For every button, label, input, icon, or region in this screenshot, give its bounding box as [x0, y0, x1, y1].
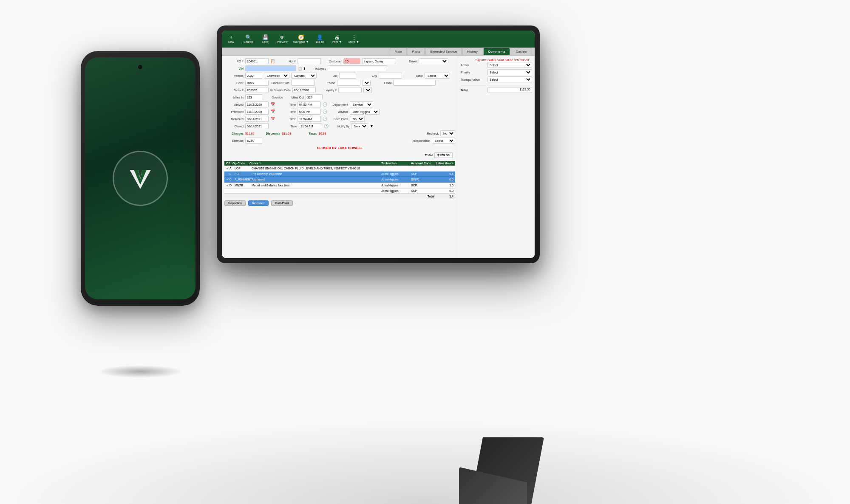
vin-copy-icon[interactable]: 📋	[298, 67, 302, 70]
vin-info-icon[interactable]: ℹ	[304, 67, 305, 70]
loyalty-input[interactable]	[338, 87, 362, 93]
print-button[interactable]: 🖨 Print ▼	[331, 35, 343, 43]
vin-input[interactable]	[245, 65, 296, 71]
zip-input[interactable]	[339, 73, 356, 79]
notify-by-label: Notify By	[330, 125, 349, 128]
service-row-extra[interactable]: John Higgins SCP 0.0	[224, 189, 455, 194]
loyalty-select[interactable]: ▼	[363, 87, 372, 93]
transportation-select[interactable]: Select	[432, 138, 455, 144]
tech-mntb: John Higgins	[381, 184, 411, 187]
address-input[interactable]	[328, 65, 387, 71]
priority-select[interactable]: Select	[487, 69, 532, 75]
promised-date-input[interactable]	[245, 109, 269, 115]
billto-button[interactable]: 👤 Bill To	[314, 35, 326, 43]
transport-label-right: Transportation	[461, 78, 486, 81]
services-total-value: 1.4	[434, 195, 453, 198]
preview-button[interactable]: 👁 Preview	[276, 35, 288, 43]
tab-main[interactable]: Main	[390, 48, 406, 55]
driver-select[interactable]	[419, 58, 448, 64]
more-button[interactable]: ⋮ More ▼	[348, 35, 360, 43]
service-row-lof[interactable]: ✓ A LOF CHANGE ENGINE OIL, CHECK FLUID L…	[224, 166, 455, 172]
customer-id-input[interactable]	[343, 58, 360, 64]
arrived-cal-icon[interactable]: 📅	[270, 102, 275, 107]
check-lof: ✓	[226, 166, 230, 170]
tab-cashier[interactable]: Cashier	[511, 48, 532, 55]
vehicle-make-select[interactable]: Chevrolet	[264, 73, 289, 79]
time4-clock-icon[interactable]: 🕐	[324, 124, 329, 128]
estimate-input[interactable]	[245, 138, 262, 144]
print-label: Print ▼	[332, 40, 342, 43]
notify-by-select[interactable]: None	[351, 123, 368, 129]
right-total-row: Total $129.36	[461, 87, 532, 93]
time2-input[interactable]	[298, 109, 321, 115]
inspection-button[interactable]: Inspection	[224, 200, 246, 206]
miles-out-input[interactable]	[306, 94, 323, 100]
time3-clock-icon[interactable]: 🕐	[323, 117, 327, 121]
time1-input[interactable]	[298, 101, 321, 107]
time2-clock-icon[interactable]: 🕐	[323, 110, 327, 114]
closed-by-status: CLOSED BY LUKE HOWELL	[224, 145, 455, 151]
search-button[interactable]: 🔍 Search	[242, 35, 254, 43]
tab-parts[interactable]: Parts	[408, 48, 425, 55]
recheck-select[interactable]: No	[440, 130, 455, 136]
hot-input[interactable]	[298, 58, 321, 64]
time3-input[interactable]	[298, 116, 321, 122]
right-panel: SignalR: Status could not be determined.…	[458, 56, 535, 258]
vehicle-model-select[interactable]: Camaro	[291, 73, 317, 79]
state-select[interactable]: Select	[425, 73, 450, 79]
transport-select-right[interactable]: Select	[487, 76, 532, 82]
time4-input[interactable]	[299, 123, 322, 129]
tab-extended-service[interactable]: Extended Service	[425, 48, 462, 55]
new-button[interactable]: + New	[225, 35, 237, 43]
color-input[interactable]	[245, 80, 269, 86]
tab-comments[interactable]: Comments	[483, 48, 510, 55]
total-value: $129.36	[434, 152, 453, 158]
time1-clock-icon[interactable]: 🕐	[323, 102, 327, 107]
promised-cal-icon[interactable]: 📅	[270, 110, 275, 114]
multipoint-button[interactable]: Multi-Point	[271, 200, 293, 206]
stock-input[interactable]	[245, 87, 269, 93]
print-icon: 🖨	[334, 35, 340, 40]
estimate-label: Estimate	[224, 139, 244, 142]
vehicle-year-input[interactable]	[245, 73, 262, 79]
arrival-select[interactable]: Select	[487, 62, 532, 68]
phone-type-select[interactable]: ▼	[362, 80, 371, 86]
ro-header-row: RO # 📋 Hot # Customer Driver	[224, 58, 455, 64]
transport-row-right: Transportation Select	[461, 76, 532, 82]
services-total-label: Total	[428, 195, 434, 198]
right-total-label: Total	[461, 89, 486, 92]
service-row-pdi[interactable]: B PDI Pre Delivery Inspection John Higgi…	[224, 172, 455, 177]
col-op: OP	[226, 162, 232, 165]
service-row-alignment[interactable]: ✓ C ALIGNMENT Alignment John Higgins SIN…	[224, 177, 455, 183]
ro-input[interactable]	[245, 58, 269, 64]
delivered-date-input[interactable]	[245, 116, 269, 122]
in-service-input[interactable]	[292, 87, 316, 93]
navigate-button[interactable]: 🧭 Navigate ▼	[293, 35, 309, 43]
email-input[interactable]	[393, 80, 436, 86]
save-button[interactable]: 💾 Save	[259, 35, 271, 43]
city-input[interactable]	[379, 73, 402, 79]
arrived-row: Arrived 📅 Time 🕐 Department Service	[224, 101, 455, 107]
phone-input[interactable]	[337, 80, 360, 86]
customer-name-input[interactable]	[362, 58, 396, 64]
closed-date-input[interactable]	[245, 123, 269, 129]
ro-icon[interactable]: 📋	[270, 59, 275, 63]
tab-history[interactable]: History	[462, 48, 482, 55]
tablet-screen: + New 🔍 Search 💾 Save 👁	[222, 31, 535, 258]
released-button[interactable]: Released	[248, 200, 269, 206]
email-label: Email	[372, 82, 391, 84]
arrived-date-input[interactable]	[245, 101, 269, 107]
check-mntb: ✓	[226, 183, 230, 187]
phone-container	[64, 51, 217, 365]
closed-label: Closed	[224, 125, 244, 128]
delivered-cal-icon[interactable]: 📅	[270, 117, 275, 121]
service-row-mntb[interactable]: ✓ D MNTB Mount and Balance four tires Jo…	[224, 183, 455, 189]
account-alignment: SINV1	[411, 178, 434, 181]
miles-in-input[interactable]	[245, 94, 262, 100]
dept-select[interactable]: Service	[350, 101, 373, 107]
color-row: Color License Plate Phone ▼ Email	[224, 80, 455, 86]
tablet-device: + New 🔍 Search 💾 Save 👁	[217, 25, 540, 263]
save-parts-select[interactable]: No	[350, 116, 365, 122]
license-plate-input[interactable]	[291, 80, 314, 86]
advisor-select[interactable]: John Higgins	[350, 109, 380, 115]
